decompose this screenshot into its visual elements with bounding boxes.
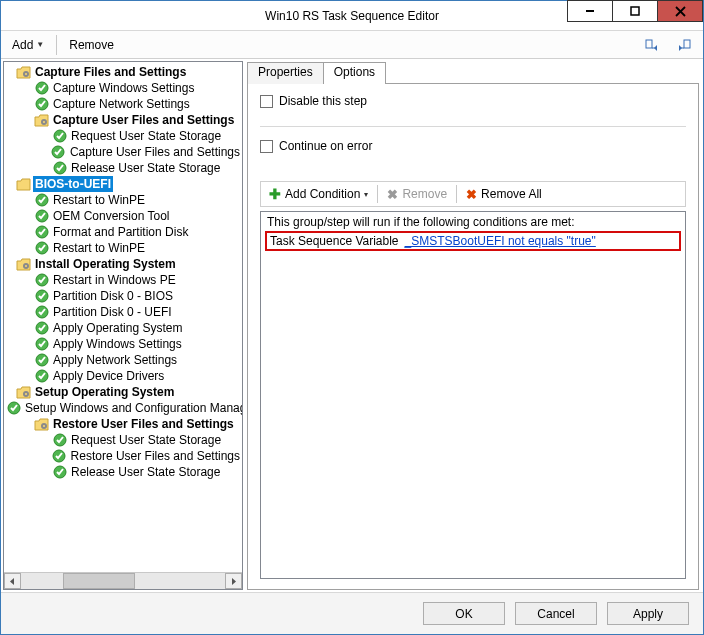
maximize-button[interactable]	[612, 0, 658, 22]
continue-on-error-label: Continue on error	[279, 139, 372, 153]
add-condition-button[interactable]: ✚ Add Condition ▾	[265, 186, 372, 202]
check-icon	[34, 337, 49, 352]
tree-item-label: Install Operating System	[33, 256, 178, 272]
remove-condition-button[interactable]: ✖ Remove	[383, 186, 451, 203]
tree-item[interactable]: Apply Device Drivers	[6, 368, 242, 384]
tree-item[interactable]: Release User State Storage	[6, 464, 242, 480]
tree-item[interactable]: Install Operating System	[6, 256, 242, 272]
tree-item-label: Partition Disk 0 - BIOS	[51, 288, 175, 304]
tree-item[interactable]: Restart to WinPE	[6, 192, 242, 208]
tree-item[interactable]: Capture User Files and Settings	[6, 112, 242, 128]
check-icon	[34, 289, 49, 304]
tab-strip: Properties Options	[247, 61, 699, 83]
tree-item[interactable]: Capture User Files and Settings	[6, 144, 242, 160]
tree-item[interactable]: Restore User Files and Settings	[6, 416, 242, 432]
tree-item[interactable]: OEM Conversion Tool	[6, 208, 242, 224]
svg-rect-6	[684, 40, 690, 48]
check-icon	[34, 273, 49, 288]
add-button[interactable]: Add ▼	[5, 35, 51, 55]
check-icon	[34, 321, 49, 336]
apply-button[interactable]: Apply	[607, 602, 689, 625]
tree-item[interactable]: Capture Network Settings	[6, 96, 242, 112]
tab-options[interactable]: Options	[323, 62, 386, 84]
close-button[interactable]	[657, 0, 703, 22]
tree-item[interactable]: Setup Windows and Configuration Manager	[6, 400, 242, 416]
tree-item-label: BIOS-to-UEFI	[33, 176, 113, 192]
tree-item-label: Apply Windows Settings	[51, 336, 184, 352]
disable-step-label: Disable this step	[279, 94, 367, 108]
tree-item[interactable]: Partition Disk 0 - UEFI	[6, 304, 242, 320]
toolbar: Add ▼ Remove	[1, 31, 703, 59]
divider	[260, 126, 686, 127]
ok-button[interactable]: OK	[423, 602, 505, 625]
check-icon	[34, 369, 49, 384]
x-icon: ✖	[466, 187, 477, 202]
cancel-button[interactable]: Cancel	[515, 602, 597, 625]
scroll-track[interactable]	[21, 573, 225, 589]
continue-on-error-checkbox[interactable]	[260, 140, 273, 153]
tab-properties[interactable]: Properties	[247, 62, 324, 84]
tree-item[interactable]: Setup Operating System	[6, 384, 242, 400]
titlebar: Win10 RS Task Sequence Editor	[1, 1, 703, 31]
svg-point-31	[25, 393, 27, 395]
check-icon	[34, 193, 49, 208]
window-buttons	[568, 0, 703, 22]
tree-item-label: Capture User Files and Settings	[68, 144, 242, 160]
tree-item[interactable]: Apply Windows Settings	[6, 336, 242, 352]
tree-item[interactable]: Restart to WinPE	[6, 240, 242, 256]
dialog-footer: OK Cancel Apply	[1, 592, 703, 634]
tree-item[interactable]: Restart in Windows PE	[6, 272, 242, 288]
tree-item-label: Release User State Storage	[69, 464, 222, 480]
check-icon	[34, 241, 49, 256]
check-icon	[52, 449, 67, 464]
folder-gear-icon	[34, 113, 49, 128]
conditions-list[interactable]: This group/step will run if the followin…	[260, 211, 686, 579]
horizontal-scrollbar[interactable]	[4, 572, 242, 589]
tree-item[interactable]: Capture Windows Settings	[6, 80, 242, 96]
tree-item[interactable]: Partition Disk 0 - BIOS	[6, 288, 242, 304]
tree-item-label: Setup Windows and Configuration Manager	[23, 400, 242, 416]
tree-item[interactable]: Format and Partition Disk	[6, 224, 242, 240]
check-icon	[52, 161, 67, 176]
add-condition-label: Add Condition	[285, 187, 360, 201]
tree-item[interactable]: Restore User Files and Settings	[6, 448, 242, 464]
task-sequence-tree[interactable]: Capture Files and SettingsCapture Window…	[4, 62, 242, 572]
tree-item-label: OEM Conversion Tool	[51, 208, 172, 224]
scroll-right-button[interactable]	[225, 573, 242, 589]
tree-item-label: Capture Windows Settings	[51, 80, 196, 96]
tree-item-label: Restore User Files and Settings	[51, 416, 236, 432]
tree-item-label: Capture Files and Settings	[33, 64, 188, 80]
condition-toolbar: ✚ Add Condition ▾ ✖ Remove ✖ Remove All	[260, 181, 686, 207]
folder-gear-icon	[16, 385, 31, 400]
remove-all-button[interactable]: ✖ Remove All	[462, 186, 546, 203]
condition-row[interactable]: Task Sequence Variable _SMSTSBootUEFI no…	[265, 231, 681, 251]
separator	[456, 185, 457, 203]
tree-item[interactable]: BIOS-to-UEFI	[6, 176, 242, 192]
tree-item-label: Capture User Files and Settings	[51, 112, 236, 128]
tree-item[interactable]: Apply Operating System	[6, 320, 242, 336]
move-down-button[interactable]	[669, 34, 699, 56]
condition-value-link[interactable]: _SMSTSBootUEFI not equals "true"	[405, 234, 596, 248]
dropdown-arrow-icon: ▾	[364, 190, 368, 199]
properties-panel: Properties Options Disable this step Con…	[243, 59, 703, 592]
check-icon	[34, 225, 49, 240]
conditions-description: This group/step will run if the followin…	[265, 214, 681, 230]
tree-item[interactable]: Apply Network Settings	[6, 352, 242, 368]
remove-button[interactable]: Remove	[62, 35, 121, 55]
disable-step-checkbox[interactable]	[260, 95, 273, 108]
tree-item-label: Format and Partition Disk	[51, 224, 190, 240]
svg-point-13	[43, 121, 45, 123]
window: Win10 RS Task Sequence Editor Add ▼ Remo…	[0, 0, 704, 635]
tree-item[interactable]: Request User State Storage	[6, 128, 242, 144]
move-up-button[interactable]	[637, 34, 667, 56]
window-title: Win10 RS Task Sequence Editor	[265, 9, 439, 23]
plus-icon: ✚	[269, 188, 281, 200]
tree-item[interactable]: Request User State Storage	[6, 432, 242, 448]
check-icon	[51, 145, 66, 160]
minimize-button[interactable]	[567, 0, 613, 22]
tree-item[interactable]: Release User State Storage	[6, 160, 242, 176]
tree-item[interactable]: Capture Files and Settings	[6, 64, 242, 80]
scroll-left-button[interactable]	[4, 573, 21, 589]
scroll-thumb[interactable]	[63, 573, 135, 589]
check-icon	[34, 305, 49, 320]
